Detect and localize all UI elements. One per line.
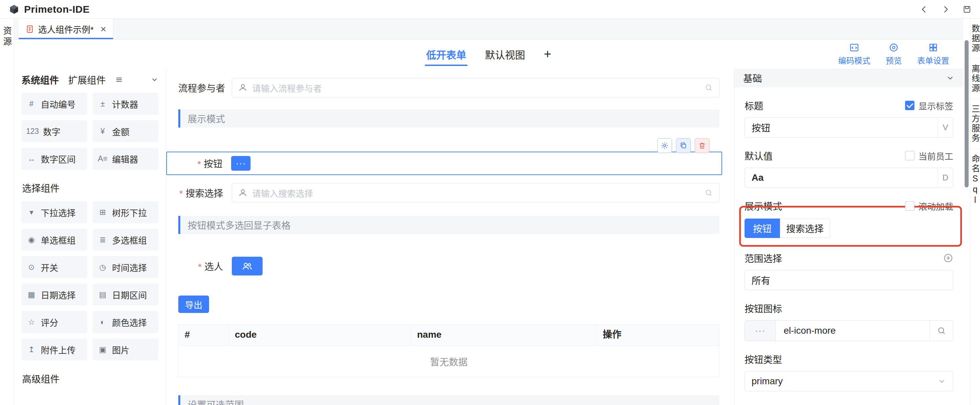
icon-prefix-dots: ··· <box>745 320 776 341</box>
palette-item[interactable]: ±计数器 <box>93 93 159 115</box>
rail-tab-datasource[interactable]: 数据源 <box>969 19 980 59</box>
segment-search-select-button[interactable]: 搜索选择 <box>780 218 830 238</box>
form-settings-button[interactable]: 表单设置 <box>917 43 949 66</box>
plus-circle-icon[interactable] <box>943 253 953 263</box>
rail-tab-named-sql[interactable]: 命名Sql <box>969 149 980 211</box>
palette-item[interactable]: ▦日期选择 <box>21 284 87 306</box>
tab-default-view[interactable]: 默认视图 <box>485 40 525 69</box>
view-tabs: 低开表单 默认视图 + <box>426 40 551 69</box>
copy-button[interactable] <box>676 138 691 153</box>
search-icon[interactable] <box>929 320 953 341</box>
person-icon <box>238 83 248 92</box>
palette-item-icon: ¥ <box>97 127 108 136</box>
button-type-select[interactable]: primary <box>745 371 953 391</box>
delete-button[interactable] <box>695 138 710 153</box>
palette-item-icon: ▾ <box>26 208 37 217</box>
nav-back-icon[interactable] <box>920 5 929 14</box>
palette-item[interactable]: A≡编辑器 <box>93 148 159 170</box>
scrollbar-track[interactable] <box>963 19 970 405</box>
app-logo-icon <box>9 4 19 15</box>
palette-item-icon: ▤ <box>97 290 108 299</box>
left-rail: 资源 <box>0 19 14 405</box>
search-select-input[interactable]: 请输入搜索选择 <box>232 183 719 202</box>
palette-item[interactable]: ⊙开关 <box>21 256 87 278</box>
checkbox-unchecked-icon[interactable] <box>905 151 915 160</box>
palette-item-icon: ◐ <box>97 317 108 327</box>
field-label: 流程参与者 <box>178 81 232 94</box>
prop-row-display-mode: 展示模式 滚动加载 <box>745 199 953 212</box>
palette-item[interactable]: ↔数字区间 <box>21 148 87 170</box>
palette-group-basic: #自动编号 ±计数器 123数字 ¥金额 ↔数字区间 A≡编辑器 <box>21 93 159 170</box>
palette-item[interactable]: ↥附件上传 <box>21 338 87 360</box>
palette-item[interactable]: 123数字 <box>21 120 87 142</box>
palette-item[interactable]: ¥金额 <box>93 120 159 142</box>
selected-field-button[interactable]: *按钮 ··· <box>166 151 722 175</box>
tab-system-components[interactable]: 系统组件 <box>21 73 59 86</box>
participant-input[interactable]: 请输入流程参与者 <box>232 78 719 97</box>
default-value-input[interactable]: Aa D <box>745 168 953 188</box>
add-view-tab-button[interactable]: + <box>544 40 551 69</box>
title-input[interactable]: 按钮 V <box>745 118 953 137</box>
palette-item[interactable]: #自动编号 <box>21 93 87 115</box>
scrollbar-thumb[interactable] <box>965 40 969 187</box>
preview-button[interactable]: 预览 <box>886 43 902 66</box>
properties-body: 标题 显示标签 按钮 V 默认值 <box>735 88 963 405</box>
palette-item[interactable]: ⊞树形下拉 <box>93 201 159 223</box>
table-column-name: name <box>411 325 597 345</box>
topbar: Primeton-IDE <box>0 0 980 19</box>
palette-item[interactable]: ☆评分 <box>21 311 87 333</box>
checkbox-unchecked-icon[interactable] <box>905 201 915 210</box>
segment-button-button[interactable]: 按钮 <box>745 218 780 238</box>
section-subtable: 按钮模式多选回显子表格 <box>178 216 719 234</box>
person-icon <box>238 188 248 198</box>
palette-item[interactable]: ◷时间选择 <box>93 256 159 278</box>
tab-low-code-form[interactable]: 低开表单 <box>426 40 466 69</box>
close-icon[interactable]: × <box>100 24 107 34</box>
palette-item[interactable]: ◉单选框组 <box>21 229 87 251</box>
palette-item[interactable]: ▾下拉选择 <box>21 201 87 223</box>
right-rail: 数据源 离线源 三方服务 命名Sql <box>970 19 980 405</box>
palette-item-icon: ◷ <box>97 263 108 272</box>
title-input-suffix: V <box>937 118 953 137</box>
palette-item-icon: ≣ <box>97 235 108 244</box>
table-empty-state: 暂无数据 <box>178 345 719 377</box>
nav-forward-icon[interactable] <box>941 5 950 14</box>
palette-item-icon: ▣ <box>97 345 108 354</box>
pick-person-button[interactable] <box>232 257 262 276</box>
export-button[interactable]: 导出 <box>178 295 209 313</box>
app-window: Primeton-IDE 资源 选 <box>0 0 980 405</box>
palette-item-icon: ± <box>97 99 108 108</box>
palette-item[interactable]: ◐颜色选择 <box>93 311 159 333</box>
scroll-load-checkbox[interactable]: 滚动加载 <box>905 200 953 212</box>
doc-tab-active[interactable]: 选人组件示例* × <box>19 19 113 39</box>
range-select-input[interactable]: 所有 <box>745 270 953 290</box>
code-mode-button[interactable]: 编码模式 <box>838 43 870 66</box>
component-palette: 系统组件 扩展组件 #自动编号 ±计数器 123数字 ¥金额 <box>14 69 166 405</box>
prop-row-button-text: 按钮文字 <box>745 403 953 405</box>
topbar-actions <box>920 5 971 14</box>
button-icon-input[interactable]: ··· el-icon-more <box>745 320 953 341</box>
palette-item[interactable]: ▤日期区间 <box>93 284 159 306</box>
rail-tab-third-party-service[interactable]: 三方服务 <box>969 99 980 149</box>
field-search-select: *搜索选择 请输入搜索选择 <box>178 183 719 202</box>
hamburger-icon[interactable] <box>115 76 123 84</box>
chevron-down-icon[interactable] <box>151 76 159 84</box>
checkbox-checked-icon[interactable] <box>905 101 915 110</box>
show-label-checkbox[interactable]: 显示标签 <box>905 99 953 112</box>
tab-extension-components[interactable]: 扩展组件 <box>68 73 106 86</box>
rail-tab-offline-source[interactable]: 离线源 <box>969 59 980 99</box>
palette-item[interactable]: ≣多选框组 <box>93 229 159 251</box>
save-icon[interactable] <box>963 5 971 14</box>
palette-item-icon: # <box>26 99 37 108</box>
palette-item-icon: ⊙ <box>26 263 37 272</box>
field-person-picker: *选人 <box>178 257 719 276</box>
current-employee-checkbox[interactable]: 当前员工 <box>905 150 953 162</box>
palette-item-icon: ◉ <box>26 235 37 244</box>
rail-tab-resources[interactable]: 资源 <box>1 26 13 48</box>
prop-row-default: 默认值 当前员工 <box>745 149 953 162</box>
settings-gear-button[interactable] <box>657 138 672 153</box>
properties-header[interactable]: 基础 <box>735 69 963 88</box>
search-icon <box>705 188 713 197</box>
palette-item[interactable]: ▣图片 <box>93 338 159 360</box>
more-dots-button[interactable]: ··· <box>231 156 251 171</box>
